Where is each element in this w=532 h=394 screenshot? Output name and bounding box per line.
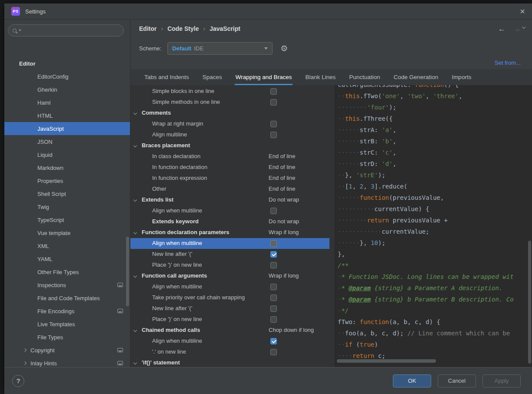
tabs-overflow-chevron-icon[interactable] [522,25,525,29]
sidebar-item-file-types[interactable]: File Types [4,331,130,344]
sidebar-item-file-and-code-templates[interactable]: File and Code Templates [4,291,130,305]
checkbox-align-when-multiline[interactable] [270,208,277,214]
sidebar-item-editorconfig[interactable]: EditorConfig [4,70,130,83]
sidebar-item-vue-template[interactable]: Vue template [4,226,130,239]
value-function-call-arguments[interactable]: Wrap if long [269,272,299,279]
checkbox-align-when-multiline[interactable] [270,240,277,247]
sidebar-item-inspections[interactable]: Inspections [4,278,130,291]
apply-button[interactable]: Apply [482,374,521,387]
option-row-on-new-line[interactable]: '.' on new line [130,347,329,358]
close-icon[interactable]: × [520,7,525,16]
option-row-align-when-multiline[interactable]: Align when multiline [130,281,329,292]
gear-icon[interactable]: ⚙ [280,44,288,53]
option-row-in-function-declaration[interactable]: In function declarationEnd of line [130,162,329,173]
option-group-function-declaration-parameters[interactable]: Function declaration parametersWrap if l… [130,227,329,238]
checkbox-align-multiline[interactable] [270,132,277,138]
checkbox-align-when-multiline[interactable] [270,338,277,344]
value-in-class-declaration[interactable]: End of line [269,153,295,159]
scheme-dropdown[interactable]: Default IDE [167,42,273,55]
sidebar-item-html[interactable]: HTML [4,109,130,122]
sidebar-item-xml[interactable]: XML [4,239,130,252]
option-row-place-on-new-line[interactable]: Place ')' on new line [130,260,329,271]
checkbox-place-on-new-line[interactable] [270,316,277,323]
set-from-link[interactable]: Set from... [495,60,521,66]
option-group-function-call-arguments[interactable]: Function call argumentsWrap if long [130,271,329,281]
option-row-in-class-declaration[interactable]: In class declarationEnd of line [130,151,329,162]
code-line: callArgumentsSample: function() { [338,85,532,90]
sidebar-item-haml[interactable]: Haml [4,96,130,109]
sidebar-item-javascript[interactable]: JavaScript [4,122,130,135]
sidebar-item-copyright[interactable]: Copyright [4,344,130,357]
sidebar-item-live-templates[interactable]: Live Templates [4,318,130,331]
help-button[interactable]: ? [12,375,24,387]
cancel-button[interactable]: Cancel [438,374,476,387]
vertical-scrollbar[interactable] [528,241,531,364]
horizontal-scrollbar[interactable] [337,359,436,363]
option-row-take-priority-over-call-chain-wrapping[interactable]: Take priority over call chain wrapping [130,292,329,303]
option-row-place-on-new-line[interactable]: Place ')' on new line [130,314,329,325]
option-group-extends-list[interactable]: Extends listDo not wrap [130,195,329,205]
checkbox-wrap-at-right-margin[interactable] [270,121,277,127]
option-row-align-when-multiline[interactable]: Align when multiline [130,336,329,347]
option-row-simple-blocks-in-one-line[interactable]: Simple blocks in one line [130,86,329,97]
sidebar-item-markdown[interactable]: Markdown [4,161,130,174]
sidebar-scrollbar[interactable] [126,237,129,306]
sidebar-item-yaml[interactable]: YAML [4,252,130,265]
tab-punctuation[interactable]: Punctuation [348,69,381,85]
forward-arrow-icon[interactable]: → [513,25,521,33]
value-extends-list[interactable]: Do not wrap [269,196,299,203]
search-input[interactable] [25,27,119,34]
option-row-simple-methods-in-one-line[interactable]: Simple methods in one line [130,97,329,108]
sidebar-item-json[interactable]: JSON [4,135,130,148]
option-row-align-when-multiline[interactable]: Align when multiline [130,205,329,216]
sidebar-item-editor[interactable]: Editor [4,57,130,70]
option-row-align-multiline[interactable]: Align multiline [130,129,329,140]
tab-tabs-and-indents[interactable]: Tabs and Indents [143,69,190,85]
value-chained-method-calls[interactable]: Chop down if long [269,327,314,333]
checkbox-align-when-multiline[interactable] [270,284,277,290]
sidebar-item-file-encodings[interactable]: File Encodings [4,305,130,318]
option-group-braces-placement[interactable]: Braces placement [130,140,329,151]
option-row-align-when-multiline[interactable]: Align when multiline [130,238,329,249]
value-in-function-declaration[interactable]: End of line [269,164,295,170]
breadcrumb-item-editor[interactable]: Editor [139,25,156,32]
tab-blank-lines[interactable]: Blank Lines [304,69,336,85]
checkbox-simple-blocks-in-one-line[interactable] [270,88,277,95]
search-field[interactable] [8,24,124,36]
sidebar-item-other-file-types[interactable]: Other File Types [4,265,130,278]
sidebar-item-shell-script[interactable]: Shell Script [4,187,130,200]
value-function-declaration-parameters[interactable]: Wrap if long [269,229,299,235]
checkbox-new-line-after[interactable] [270,251,277,258]
sidebar-item-properties[interactable]: Properties [4,174,130,187]
option-group-comments[interactable]: Comments [130,108,329,119]
breadcrumb-item-code-style[interactable]: Code Style [167,25,199,32]
option-group-if-statement[interactable]: 'if()' statement [130,358,329,367]
option-row-extends-keyword[interactable]: Extends keywordDo not wrap [130,216,329,227]
tab-spaces[interactable]: Spaces [202,69,223,85]
breadcrumb-item-javascript[interactable]: JavaScript [209,25,240,32]
ok-button[interactable]: OK [393,374,431,387]
back-arrow-icon[interactable]: ← [498,25,505,33]
checkbox-new-line-after[interactable] [270,305,277,312]
checkbox-take-priority-over-call-chain-wrapping[interactable] [270,295,277,301]
value-extends-keyword[interactable]: Do not wrap [269,218,299,225]
option-row-other[interactable]: OtherEnd of line [130,184,329,195]
sidebar-item-gherkin[interactable]: Gherkin [4,83,130,96]
tab-code-generation[interactable]: Code Generation [393,69,439,85]
tab-imports[interactable]: Imports [451,69,472,85]
option-row-new-line-after[interactable]: New line after '(' [130,249,329,260]
option-group-chained-method-calls[interactable]: Chained method callsChop down if long [130,325,329,336]
sidebar-item-inlay-hints[interactable]: Inlay Hints [4,357,130,367]
sidebar-item-liquid[interactable]: Liquid [4,148,130,161]
checkbox-place-on-new-line[interactable] [270,262,277,268]
value-in-function-expression[interactable]: End of line [269,175,295,181]
tab-wrapping-and-braces[interactable]: Wrapping and Braces [235,69,293,85]
checkbox-on-new-line[interactable] [270,349,277,355]
option-row-wrap-at-right-margin[interactable]: Wrap at right margin [130,119,329,129]
checkbox-simple-methods-in-one-line[interactable] [270,99,277,106]
option-row-in-function-expression[interactable]: In function expressionEnd of line [130,173,329,184]
sidebar-item-typescript[interactable]: TypeScript [4,213,130,226]
option-row-new-line-after[interactable]: New line after '(' [130,303,329,314]
value-other[interactable]: End of line [269,185,295,192]
sidebar-item-twig[interactable]: Twig [4,200,130,213]
